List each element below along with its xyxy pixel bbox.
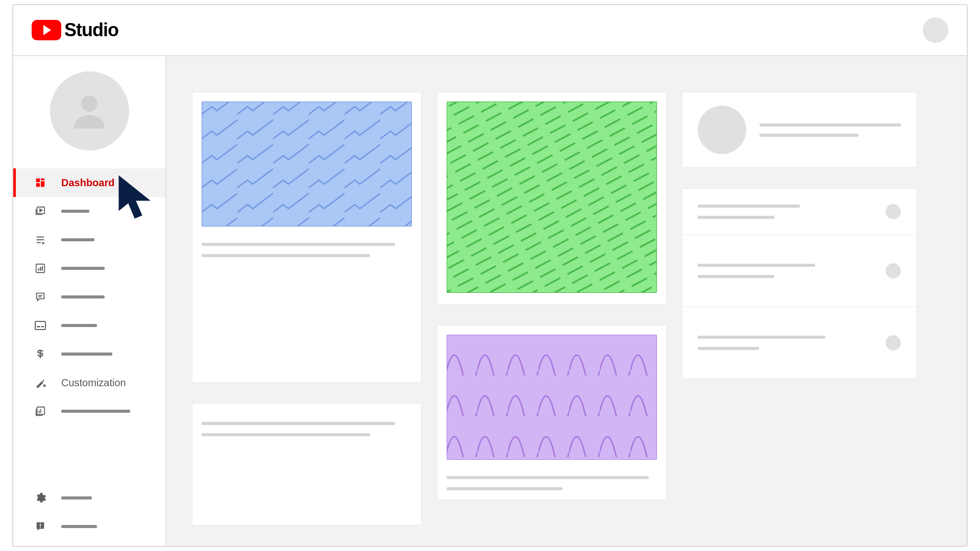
notification-item[interactable]: [682, 235, 916, 307]
dashboard-icon: [34, 176, 47, 189]
text-placeholder: [698, 275, 774, 278]
text-placeholder: [202, 422, 395, 425]
dashboard-card-blue[interactable]: [192, 92, 422, 383]
svg-rect-24: [40, 527, 41, 528]
status-dot: [886, 335, 901, 350]
svg-rect-18: [37, 326, 40, 328]
dashboard-card-purple[interactable]: [437, 325, 667, 500]
sidebar-item-label: [61, 210, 89, 213]
app-name: Studio: [64, 19, 118, 41]
card-thumbnail: [202, 102, 412, 227]
status-dot: [886, 263, 901, 279]
status-dot: [886, 204, 901, 219]
person-icon: [66, 88, 112, 134]
sidebar-item-feedback[interactable]: [13, 512, 165, 541]
text-placeholder: [202, 243, 395, 246]
sidebar-item-label: [61, 525, 97, 528]
text-placeholder: [698, 347, 759, 350]
comments-icon: [34, 290, 47, 304]
sidebar: Dashboard: [13, 56, 166, 546]
card-thumbnail: [447, 102, 657, 293]
dashboard-card-green[interactable]: [437, 92, 667, 305]
svg-point-0: [81, 95, 97, 112]
text-placeholder: [760, 134, 859, 137]
sidebar-item-label: [61, 295, 105, 298]
sidebar-bottom-nav: [13, 484, 165, 546]
analytics-icon: [34, 262, 47, 275]
text-placeholder: [698, 336, 825, 339]
card-thumbnail: [447, 335, 657, 460]
sidebar-item-subtitles[interactable]: [13, 311, 165, 340]
notification-item[interactable]: [682, 307, 916, 379]
subtitles-icon: [34, 319, 47, 332]
sidebar-item-label: [61, 353, 112, 356]
sidebar-item-audio[interactable]: [13, 397, 165, 425]
sidebar-item-customization[interactable]: Customization: [13, 368, 165, 397]
sidebar-item-playlists[interactable]: [13, 226, 165, 254]
studio-logo[interactable]: Studio: [32, 19, 118, 41]
sidebar-item-label: Customization: [61, 377, 126, 389]
sidebar-item-label: [61, 496, 92, 499]
text-placeholder: [202, 433, 370, 436]
svg-rect-13: [40, 267, 41, 270]
notification-item[interactable]: [682, 189, 916, 235]
avatar: [698, 106, 746, 154]
notifications-card: [682, 188, 917, 379]
text-placeholder: [760, 123, 901, 127]
feedback-icon: [34, 520, 47, 533]
svg-rect-3: [41, 181, 44, 187]
customization-icon: [34, 376, 47, 389]
sidebar-item-label: [61, 238, 94, 241]
text-placeholder: [698, 205, 800, 208]
svg-rect-1: [36, 179, 40, 182]
app-frame: Studio Dashboard: [12, 4, 968, 547]
body: Dashboard: [13, 56, 967, 546]
text-placeholder: [698, 216, 774, 219]
playlists-icon: [34, 233, 47, 246]
sidebar-item-settings[interactable]: [13, 484, 165, 512]
svg-marker-10: [42, 242, 45, 245]
account-avatar[interactable]: [923, 17, 948, 43]
sidebar-item-monetization[interactable]: [13, 340, 165, 368]
text-placeholder: [698, 264, 815, 267]
gear-icon: [34, 491, 47, 505]
channel-summary-card[interactable]: [682, 92, 917, 168]
text-placeholder: [447, 487, 562, 490]
svg-marker-6: [40, 209, 42, 212]
svg-rect-17: [35, 321, 45, 330]
content-icon: [34, 205, 47, 218]
audio-library-icon: [34, 405, 47, 418]
monetization-icon: [34, 347, 47, 361]
sidebar-item-label: Dashboard: [61, 177, 114, 189]
svg-rect-2: [41, 179, 44, 181]
text-placeholder: [447, 476, 649, 479]
svg-rect-4: [36, 183, 40, 187]
sidebar-item-comments[interactable]: [13, 283, 165, 311]
channel-avatar[interactable]: [50, 71, 129, 151]
main-content: [166, 56, 967, 546]
sidebar-item-analytics[interactable]: [13, 254, 165, 283]
svg-rect-26: [202, 102, 412, 227]
header: Studio: [13, 5, 967, 56]
sidebar-item-label: [61, 324, 97, 327]
svg-rect-14: [42, 266, 43, 270]
svg-rect-19: [41, 326, 44, 328]
text-placeholder: [202, 254, 370, 257]
youtube-play-icon: [32, 20, 61, 40]
svg-rect-31: [447, 335, 657, 460]
sidebar-item-label: [61, 410, 130, 413]
svg-rect-12: [38, 268, 39, 271]
sidebar-item-label: [61, 267, 105, 270]
svg-rect-23: [40, 524, 41, 527]
dashboard-card-text[interactable]: [192, 403, 422, 525]
cursor-icon: [115, 174, 161, 225]
svg-rect-29: [447, 102, 657, 293]
